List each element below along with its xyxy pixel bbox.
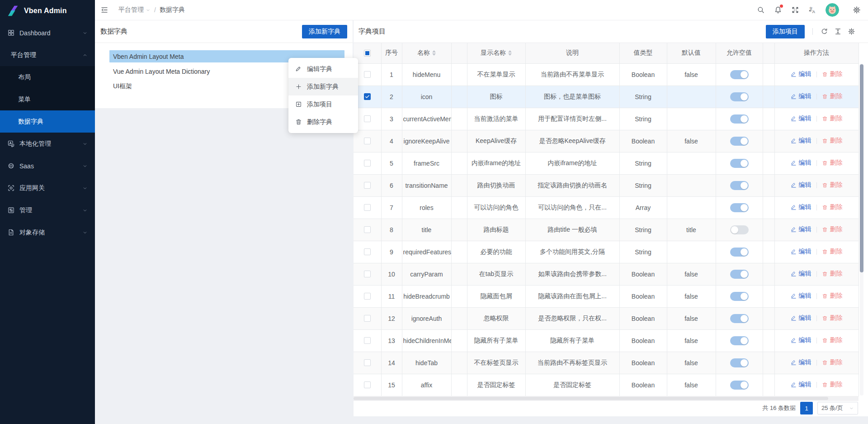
delete-button[interactable]: 删除 bbox=[822, 314, 843, 322]
table-vertical-scrollbar[interactable] bbox=[860, 63, 863, 395]
allow-empty-toggle[interactable] bbox=[730, 137, 749, 146]
delete-button[interactable]: 删除 bbox=[822, 203, 843, 211]
edit-button[interactable]: 编辑 bbox=[791, 159, 811, 167]
sidebar-item-dashboard[interactable]: Dashboard bbox=[0, 22, 95, 44]
sidebar-item-localization[interactable]: 本地化管理 bbox=[0, 133, 95, 155]
row-checkbox[interactable] bbox=[364, 337, 371, 344]
page-size-select[interactable]: 25 条/页 bbox=[817, 402, 858, 414]
allow-empty-toggle[interactable] bbox=[730, 270, 749, 279]
allow-empty-toggle[interactable] bbox=[730, 314, 749, 323]
sidebar-item-management[interactable]: 管理 bbox=[0, 199, 95, 221]
app-logo[interactable]: Vben Admin bbox=[0, 0, 95, 22]
sidebar-item-data-dictionary[interactable]: 数据字典 bbox=[0, 110, 95, 133]
row-checkbox[interactable] bbox=[364, 248, 371, 255]
search-icon[interactable] bbox=[757, 6, 765, 14]
edit-button[interactable]: 编辑 bbox=[791, 203, 811, 211]
sidebar-fold-icon[interactable] bbox=[100, 6, 108, 14]
allow-empty-toggle[interactable] bbox=[730, 225, 749, 234]
allow-empty-toggle[interactable] bbox=[730, 381, 749, 390]
table-horizontal-scrollbar[interactable] bbox=[354, 396, 859, 401]
allow-empty-toggle[interactable] bbox=[730, 203, 749, 212]
allow-empty-toggle[interactable] bbox=[730, 292, 749, 301]
row-checkbox[interactable] bbox=[364, 293, 371, 300]
context-menu-item-add-item[interactable]: 添加项目 bbox=[288, 95, 358, 113]
delete-button[interactable]: 删除 bbox=[822, 381, 843, 389]
cell-default_value: false bbox=[667, 263, 716, 285]
allow-empty-toggle[interactable] bbox=[730, 114, 749, 124]
edit-button[interactable]: 编辑 bbox=[791, 70, 811, 78]
column-header-display_name[interactable]: 显示名称 bbox=[467, 43, 525, 63]
edit-button[interactable]: 编辑 bbox=[791, 270, 811, 278]
sidebar-item-app-gateway[interactable]: 应用网关 bbox=[0, 177, 95, 199]
settings-gear-icon[interactable] bbox=[853, 6, 861, 14]
sidebar-item-saas[interactable]: Saas bbox=[0, 155, 95, 177]
delete-button[interactable]: 删除 bbox=[822, 137, 843, 145]
breadcrumb-parent[interactable]: 平台管理 bbox=[118, 6, 151, 14]
context-menu-item-edit-dictionary[interactable]: 编辑字典 bbox=[288, 60, 358, 78]
context-menu-item-delete-dictionary[interactable]: 删除字典 bbox=[288, 113, 358, 131]
edit-button[interactable]: 编辑 bbox=[791, 92, 811, 100]
allow-empty-toggle[interactable] bbox=[730, 248, 749, 257]
edit-pencil-icon bbox=[791, 94, 797, 100]
sidebar-item-layout[interactable]: 布局 bbox=[0, 66, 95, 88]
edit-button[interactable]: 编辑 bbox=[791, 381, 811, 389]
edit-button[interactable]: 编辑 bbox=[791, 336, 811, 344]
sidebar-item-menu[interactable]: 菜单 bbox=[0, 88, 95, 110]
edit-button[interactable]: 编辑 bbox=[791, 292, 811, 300]
allow-empty-toggle[interactable] bbox=[730, 159, 749, 168]
delete-button[interactable]: 删除 bbox=[822, 225, 843, 233]
delete-button[interactable]: 删除 bbox=[822, 181, 843, 189]
delete-button[interactable]: 删除 bbox=[822, 270, 843, 278]
delete-button[interactable]: 删除 bbox=[822, 292, 843, 300]
add-item-button[interactable]: 添加项目 bbox=[766, 25, 805, 38]
row-height-icon[interactable] bbox=[834, 28, 842, 35]
row-checkbox[interactable] bbox=[364, 226, 371, 233]
delete-button[interactable]: 删除 bbox=[822, 336, 843, 344]
select-all-checkbox[interactable] bbox=[364, 50, 371, 57]
edit-button[interactable]: 编辑 bbox=[791, 248, 811, 256]
edit-button[interactable]: 编辑 bbox=[791, 137, 811, 145]
row-checkbox[interactable] bbox=[364, 160, 371, 167]
row-checkbox[interactable] bbox=[364, 204, 371, 211]
allow-empty-toggle[interactable] bbox=[730, 336, 749, 345]
row-checkbox[interactable] bbox=[364, 71, 371, 78]
delete-button[interactable]: 删除 bbox=[822, 159, 843, 167]
row-checkbox[interactable] bbox=[364, 93, 371, 100]
row-checkbox[interactable] bbox=[364, 381, 371, 388]
sort-carets-icon[interactable] bbox=[508, 50, 512, 56]
refresh-icon[interactable] bbox=[821, 28, 828, 35]
column-header-name[interactable]: 名称 bbox=[402, 43, 451, 63]
edit-button[interactable]: 编辑 bbox=[791, 114, 811, 123]
delete-button[interactable]: 删除 bbox=[822, 248, 843, 256]
delete-button[interactable]: 删除 bbox=[822, 114, 843, 123]
table-settings-gear-icon[interactable] bbox=[848, 28, 855, 35]
user-avatar[interactable] bbox=[826, 3, 839, 17]
row-checkbox[interactable] bbox=[364, 182, 371, 189]
context-menu-item-add-new-dictionary[interactable]: 添加新字典 bbox=[288, 78, 358, 95]
row-checkbox[interactable] bbox=[364, 115, 371, 122]
sidebar-item-object-storage[interactable]: 对象存储 bbox=[0, 221, 95, 243]
row-checkbox[interactable] bbox=[364, 138, 371, 144]
delete-button[interactable]: 删除 bbox=[822, 92, 843, 100]
sidebar-item-platform-management[interactable]: 平台管理 bbox=[0, 44, 95, 66]
delete-button[interactable]: 删除 bbox=[822, 358, 843, 367]
allow-empty-toggle[interactable] bbox=[730, 358, 749, 367]
add-dictionary-button[interactable]: 添加新字典 bbox=[302, 25, 347, 38]
edit-button[interactable]: 编辑 bbox=[791, 358, 811, 367]
cell-description: 路由title 一般必填 bbox=[525, 219, 619, 241]
edit-button[interactable]: 编辑 bbox=[791, 225, 811, 233]
edit-button[interactable]: 编辑 bbox=[791, 181, 811, 189]
delete-button[interactable]: 删除 bbox=[822, 70, 843, 78]
row-checkbox[interactable] bbox=[364, 271, 371, 277]
edit-button[interactable]: 编辑 bbox=[791, 314, 811, 322]
fullscreen-icon[interactable] bbox=[791, 6, 799, 14]
page-number-button[interactable]: 1 bbox=[800, 402, 813, 414]
row-checkbox[interactable] bbox=[364, 359, 371, 366]
allow-empty-toggle[interactable] bbox=[730, 181, 749, 190]
notifications-bell-icon[interactable] bbox=[774, 6, 782, 14]
row-checkbox[interactable] bbox=[364, 315, 371, 322]
translate-icon[interactable]: 文A bbox=[808, 6, 816, 14]
allow-empty-toggle[interactable] bbox=[730, 70, 749, 79]
allow-empty-toggle[interactable] bbox=[730, 92, 749, 101]
sort-carets-icon[interactable] bbox=[432, 50, 436, 56]
